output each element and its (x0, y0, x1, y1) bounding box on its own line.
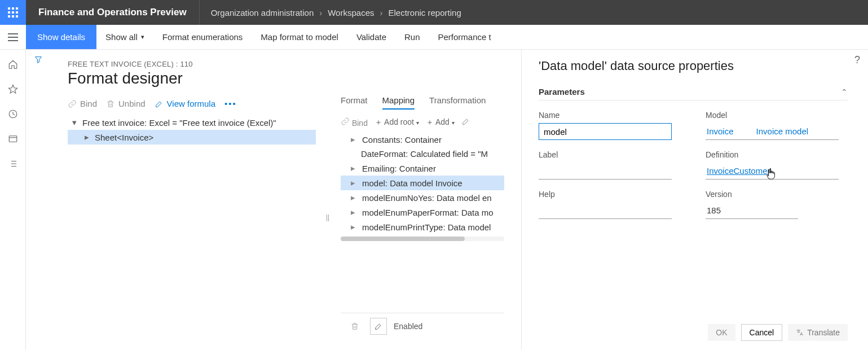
tree-root[interactable]: ▾ Free text invoice: Excel = "Free text … (68, 115, 316, 130)
model-link[interactable]: Invoice (707, 126, 734, 136)
svg-rect-3 (8, 11, 10, 14)
help-input[interactable] (539, 202, 672, 219)
bind-button[interactable]: Bind (68, 99, 97, 108)
view-formula-button[interactable]: View formula (155, 99, 215, 108)
home-button[interactable] (0, 56, 26, 72)
modules-button[interactable] (0, 156, 26, 172)
add-root-label: Add root (384, 117, 414, 126)
show-all-label: Show all (105, 32, 138, 42)
label-input[interactable] (539, 163, 672, 180)
map-format-to-model-button[interactable]: Map format to model (252, 25, 347, 49)
definition-field: Definition InvoiceCustomer (706, 150, 839, 180)
add-root-button[interactable]: ＋ Add root ▾ (374, 117, 419, 128)
translate-label: Translate (807, 328, 840, 337)
breadcrumb-item[interactable]: Workspaces (328, 8, 374, 18)
definition-label: Definition (706, 150, 839, 159)
tab-mapping[interactable]: Mapping (382, 95, 415, 110)
mapping-tree-item[interactable]: ▸model: Data model Invoice (341, 176, 504, 190)
recent-button[interactable] (0, 106, 26, 122)
workspaces-button[interactable] (0, 131, 26, 147)
favorites-button[interactable] (0, 81, 26, 97)
expand-icon: ▸ (351, 178, 358, 188)
breadcrumb-item[interactable]: Electronic reporting (389, 8, 461, 18)
unbind-button[interactable]: Unbind (106, 99, 146, 108)
filter-icon (34, 55, 43, 64)
link-icon (341, 117, 350, 126)
trash-icon (106, 99, 115, 108)
expand-icon: ▸ (351, 193, 358, 203)
svg-rect-10 (8, 37, 18, 38)
tree-node-sheet[interactable]: ▸ Sheet<Invoice> (68, 130, 316, 145)
app-launcher-button[interactable] (0, 0, 26, 25)
hamburger-button[interactable] (0, 25, 26, 49)
svg-rect-1 (12, 7, 14, 10)
bind-button-right[interactable]: Bind (341, 117, 368, 128)
expand-icon: ▸ (85, 132, 91, 142)
chevron-right-icon: › (380, 8, 383, 18)
format-enumerations-button[interactable]: Format enumerations (153, 25, 252, 49)
mapping-tree-item[interactable]: ▸Constants: Container (341, 132, 504, 147)
mapping-tree-label: modelEnumPrintType: Data model (362, 222, 491, 232)
collapse-icon: ▾ (72, 117, 79, 128)
hamburger-icon (8, 33, 18, 41)
name-input[interactable] (539, 123, 672, 140)
expand-icon: ▸ (351, 134, 358, 145)
mapping-tree-item[interactable]: ▸modelEnumPrintType: Data model (341, 220, 504, 234)
splitter[interactable]: || (326, 95, 331, 339)
clock-icon (8, 109, 18, 119)
bind-label: Bind (352, 119, 368, 128)
action-toolbar: Show details Show all ▾ Format enumerati… (0, 25, 868, 50)
show-details-button[interactable]: Show details (26, 25, 96, 49)
workspace-icon (8, 134, 18, 144)
mapping-tree-item[interactable]: DateFormat: Calculated field = "M (341, 147, 504, 161)
version-value[interactable]: 185 (706, 202, 798, 219)
filter-button[interactable] (34, 55, 43, 350)
more-button[interactable]: ••• (224, 99, 237, 108)
work-area: FREE TEXT INVOICE (EXCEL) : 110 Format d… (26, 50, 522, 350)
translate-icon (796, 329, 804, 336)
name-label: Name (539, 111, 672, 120)
ok-button[interactable]: OK (708, 324, 735, 341)
add-button[interactable]: ＋ Add ▾ (426, 117, 455, 128)
breadcrumb-item[interactable]: Organization administration (211, 8, 314, 18)
properties-panel: ? 'Data model' data source properties Pa… (522, 50, 868, 350)
svg-rect-7 (12, 15, 14, 18)
help-button[interactable]: ? (854, 54, 860, 66)
mapping-tree-label: DateFormat: Calculated field = "M (361, 149, 488, 159)
panel-button-row: OK Cancel Translate (539, 314, 848, 341)
validate-button[interactable]: Validate (347, 25, 395, 49)
performance-button[interactable]: Performance t (429, 25, 500, 49)
chevron-up-icon: ⌃ (841, 88, 848, 97)
edit-formula-button[interactable] (370, 318, 387, 335)
cancel-button[interactable]: Cancel (741, 324, 783, 341)
pencil-icon (155, 99, 164, 108)
run-button[interactable]: Run (395, 25, 429, 49)
mapping-toolbar: Bind ＋ Add root ▾ ＋ Add ▾ (341, 117, 504, 128)
chevron-down-icon: ▾ (416, 120, 419, 126)
mapping-tree-item[interactable]: ▸Emailing: Container (341, 161, 504, 176)
version-field: Version 185 (706, 190, 839, 219)
translate-button[interactable]: Translate (788, 324, 848, 341)
svg-rect-2 (16, 7, 18, 10)
tab-format[interactable]: Format (341, 95, 368, 110)
pencil-icon (461, 117, 470, 126)
parameters-section-header[interactable]: Parameters ⌃ (539, 87, 848, 100)
svg-rect-0 (8, 7, 10, 10)
enabled-label: Enabled (394, 322, 499, 331)
star-icon (8, 84, 18, 94)
scrollbar-thumb[interactable] (341, 237, 465, 241)
tab-transformation[interactable]: Transformation (429, 95, 486, 110)
model-link-secondary[interactable]: Invoice model (756, 126, 809, 136)
delete-button[interactable] (346, 318, 363, 335)
link-icon (68, 99, 77, 108)
mapping-tree-item[interactable]: ▸modelEnumNoYes: Data model en (341, 190, 504, 205)
show-all-button[interactable]: Show all ▾ (96, 25, 153, 49)
edit-button[interactable] (461, 117, 470, 128)
formula-bar: Enabled (341, 313, 504, 339)
mapping-tree-label: Emailing: Container (362, 164, 436, 173)
name-field: Name (539, 111, 672, 140)
chevron-right-icon: › (319, 8, 322, 18)
horizontal-scrollbar[interactable] (341, 237, 504, 241)
definition-link[interactable]: InvoiceCustomer (707, 166, 770, 176)
mapping-tree-item[interactable]: ▸modelEnumPaperFormat: Data mo (341, 205, 504, 220)
